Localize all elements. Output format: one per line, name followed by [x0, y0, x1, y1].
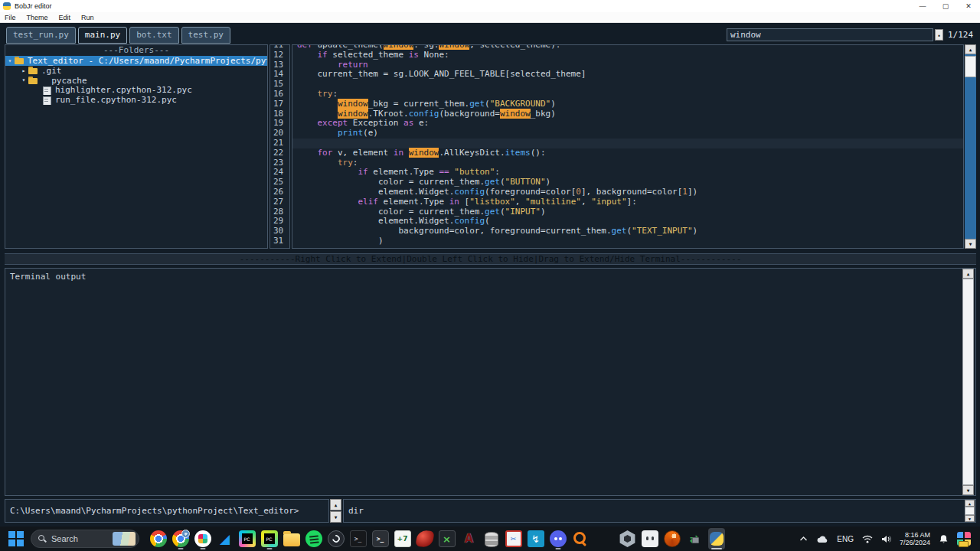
- tree-right-arrow-icon[interactable]: ▸: [19, 67, 28, 74]
- taskbar-item-vpnlock[interactable]: [686, 528, 703, 549]
- taskbar-item-terminal[interactable]: [372, 528, 389, 549]
- tab-test.py[interactable]: test.py: [181, 27, 230, 44]
- spinner-up-icon[interactable]: ▲: [330, 499, 341, 510]
- terminal-output[interactable]: Terminal output: [5, 269, 975, 285]
- maximize-button[interactable]: ▢: [934, 0, 957, 12]
- menu-item-edit[interactable]: Edit: [59, 14, 71, 21]
- slack-icon: [194, 530, 211, 547]
- taskbar-item-autohotkey[interactable]: [461, 528, 478, 549]
- tree-down-arrow-icon[interactable]: ▾: [5, 57, 15, 64]
- scroll-down-icon[interactable]: ▼: [965, 239, 976, 249]
- menu-item-file[interactable]: File: [5, 14, 16, 21]
- taskbar-item-python[interactable]: [708, 528, 725, 549]
- autohotkey-icon: [461, 530, 478, 547]
- taskbar-icons: [147, 528, 727, 549]
- notification-bell-icon[interactable]: [939, 534, 949, 544]
- tree-item-label: highlighter.cpython-312.pyc: [55, 85, 192, 95]
- code-editor[interactable]: def update_theme(window: sg.Window, sele…: [292, 44, 964, 249]
- scroll-up-icon[interactable]: ▲: [965, 500, 975, 507]
- widgets-icon[interactable]: [957, 532, 971, 546]
- taskbar-item-snip[interactable]: [505, 528, 522, 549]
- taskbar-item-pycharm-ce[interactable]: [261, 528, 278, 549]
- tray-clock[interactable]: 8:16 AM 7/26/2024: [900, 531, 930, 546]
- taskbar-item-cmd[interactable]: [350, 528, 367, 549]
- minimize-button[interactable]: —: [911, 0, 934, 12]
- search-match-highlight: window: [500, 109, 531, 119]
- folders-header: ---Folders---: [5, 45, 267, 56]
- taskbar-item-chrome[interactable]: [150, 528, 167, 549]
- spinner-down-icon[interactable]: ▼: [330, 511, 341, 523]
- start-button[interactable]: [8, 530, 24, 547]
- taskbar-search[interactable]: Search: [31, 530, 139, 548]
- taskbar-item-spotify[interactable]: [305, 528, 322, 549]
- scroll-up-icon[interactable]: ▲: [965, 44, 976, 54]
- editor-scroll-thumb[interactable]: [965, 56, 976, 77]
- command-spinner[interactable]: ▲ ▼: [330, 499, 341, 523]
- search-match-highlight: window: [338, 99, 368, 109]
- tree-item[interactable]: ▾__pycache__: [5, 76, 267, 86]
- terminal-scrollbar[interactable]: ▲ ▼: [962, 269, 974, 495]
- tray-language[interactable]: ENG: [837, 535, 854, 543]
- taskbar-item-discord[interactable]: [550, 528, 567, 549]
- tab-bot.txt[interactable]: bot.txt: [129, 27, 178, 44]
- taskbar-item-database[interactable]: [483, 528, 500, 549]
- code-line: current_them = sg.LOOK_AND_FEEL_TABLE[se…: [292, 70, 963, 80]
- tree-item[interactable]: ▸.git: [5, 66, 267, 76]
- onedrive-cloud-icon[interactable]: [816, 535, 828, 543]
- line-number: 12: [270, 51, 289, 60]
- taskbar-item-recorder[interactable]: [439, 528, 456, 549]
- scroll-down-icon[interactable]: ▼: [965, 515, 975, 522]
- pycharm-ce-icon: [261, 530, 278, 547]
- editor-scrollbar[interactable]: ▲ ▼: [965, 44, 976, 249]
- taskbar-item-obs[interactable]: [328, 528, 345, 549]
- system-tray: ENG 8:16 AM 7/26/2024: [799, 531, 974, 546]
- tree-down-arrow-icon[interactable]: ▾: [19, 77, 28, 83]
- tray-time: 8:16 AM: [905, 531, 930, 539]
- command-entry[interactable]: dir ▲ ▼: [343, 499, 976, 523]
- snip-icon: [505, 530, 522, 547]
- tab-test_run.py[interactable]: test_run.py: [6, 27, 76, 44]
- menu-item-run[interactable]: Run: [81, 14, 94, 21]
- volume-icon[interactable]: [881, 535, 891, 543]
- chrome-beta-icon: [172, 530, 189, 547]
- search-stepper[interactable]: ▪: [935, 29, 943, 41]
- line-number: 21: [270, 139, 289, 148]
- close-button[interactable]: ✕: [957, 0, 980, 12]
- terminal-splitter[interactable]: -----------Right Click to Extend|Double …: [5, 253, 976, 265]
- scroll-down-icon[interactable]: ▼: [962, 485, 974, 495]
- taskbar-item-seven-plus[interactable]: [394, 528, 411, 549]
- code-line: background=color, foreground=current_the…: [292, 227, 963, 236]
- database-icon: [485, 532, 498, 547]
- command-prompt[interactable]: C:\Users\maand\PycharmProjects\pythonPro…: [5, 499, 329, 523]
- vpnlock-icon: [686, 530, 703, 547]
- scroll-up-icon[interactable]: ▲: [962, 269, 974, 279]
- chrome-icon: [150, 530, 167, 547]
- terminal-scroll-thumb[interactable]: [962, 279, 974, 485]
- line-number: 17: [270, 99, 289, 109]
- tree-item[interactable]: ▾Text_editor - C:/Users/maand/PycharmPro…: [5, 56, 267, 66]
- taskbar-item-orangeapp[interactable]: [664, 528, 681, 549]
- line-number: 31: [270, 236, 289, 246]
- menu-item-theme[interactable]: Theme: [27, 14, 48, 21]
- taskbar-item-hexcube[interactable]: [619, 528, 636, 549]
- taskbar-item-lightning[interactable]: [528, 528, 544, 549]
- taskbar-item-dragon[interactable]: [416, 528, 433, 549]
- orangeapp-icon: [664, 530, 681, 547]
- taskbar-item-twodots[interactable]: [642, 528, 658, 549]
- title-bar: BobJr editor — ▢ ✕: [0, 0, 980, 12]
- taskbar-item-slack[interactable]: [194, 528, 211, 549]
- tree-item[interactable]: run_file.cpython-312.pyc: [5, 95, 267, 105]
- tray-chevron-up-icon[interactable]: [799, 536, 808, 542]
- taskbar-item-explorer[interactable]: [283, 528, 300, 549]
- wifi-icon[interactable]: [862, 535, 873, 543]
- entry-scrollbar[interactable]: ▲ ▼: [965, 500, 975, 522]
- taskbar-search-label: Search: [51, 534, 113, 543]
- taskbar-item-chrome-beta[interactable]: [172, 528, 189, 549]
- taskbar-item-everything[interactable]: [572, 528, 589, 549]
- search-input[interactable]: [727, 28, 933, 41]
- taskbar-item-vscode[interactable]: [217, 528, 234, 549]
- tray-date: 7/26/2024: [900, 539, 930, 546]
- tree-item[interactable]: highlighter.cpython-312.pyc: [5, 85, 267, 95]
- taskbar-item-pycharm[interactable]: [239, 528, 256, 549]
- tab-main.py[interactable]: main.py: [78, 27, 127, 44]
